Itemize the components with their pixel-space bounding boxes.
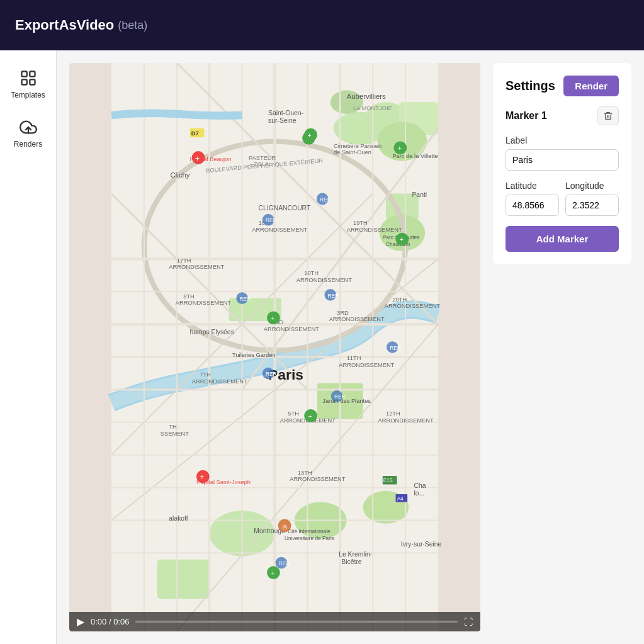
svg-text:RER: RER <box>266 217 277 223</box>
svg-text:E15: E15 <box>383 477 393 483</box>
svg-rect-0 <box>21 72 26 77</box>
svg-text:ARRONDISSEMENT: ARRONDISSEMENT <box>192 378 247 385</box>
longitude-label: Longitude <box>565 181 619 191</box>
settings-title: Settings <box>506 79 555 93</box>
video-controls: ▶ 0:00 / 0:06 ⛶ <box>69 612 480 631</box>
app-header: ExportAsVideo (beta) <box>0 0 644 50</box>
svg-text:ARRONDISSEMENT: ARRONDISSEMENT <box>378 417 433 424</box>
svg-text:3RD: 3RD <box>337 310 349 316</box>
svg-text:20TH: 20TH <box>392 297 407 303</box>
map-wrapper: Aubervilliers Saint-Ouen- sur-Seine Clic… <box>69 63 480 631</box>
svg-text:ARRONDISSEMENT: ARRONDISSEMENT <box>290 476 345 482</box>
svg-text:Cimetière Parisien: Cimetière Parisien <box>334 143 381 149</box>
add-marker-button[interactable]: Add Marker <box>506 226 619 252</box>
svg-text:19TH: 19TH <box>353 220 368 226</box>
svg-text:ARRONDISSEMENT: ARRONDISSEMENT <box>169 264 224 270</box>
grid-icon <box>20 69 37 87</box>
settings-panel: Settings Render Marker 1 Label <box>493 63 631 264</box>
svg-text:ARRONDISSEMENT: ARRONDISSEMENT <box>347 227 402 233</box>
svg-text:lo...: lo... <box>414 490 425 497</box>
svg-text:RER: RER <box>279 560 290 567</box>
marker-name: Marker 1 <box>506 110 547 121</box>
coord-row: Latitude Longitude <box>506 181 619 216</box>
svg-text:TH: TH <box>169 424 176 430</box>
svg-rect-3 <box>30 79 35 84</box>
latitude-input[interactable] <box>506 195 559 216</box>
progress-bar[interactable] <box>135 621 458 623</box>
map-container: Aubervilliers Saint-Ouen- sur-Seine Clic… <box>69 63 480 631</box>
label-field-label: Label <box>506 135 619 145</box>
templates-label: Templates <box>11 91 45 99</box>
main-layout: Templates Renders <box>0 50 644 644</box>
sidebar-item-templates[interactable]: Templates <box>4 63 52 106</box>
svg-text:Panti: Panti <box>412 191 427 198</box>
sidebar: Templates Renders <box>0 50 57 644</box>
marker-row: Marker 1 <box>506 106 619 125</box>
svg-text:SSEMENT: SSEMENT <box>161 431 189 437</box>
longitude-input[interactable] <box>565 195 619 216</box>
trash-icon <box>603 111 613 121</box>
app-beta-label: (beta) <box>118 19 147 32</box>
svg-text:ARRONDISSEMENT: ARRONDISSEMENT <box>339 362 394 368</box>
latitude-group: Latitude <box>506 181 559 216</box>
fullscreen-button[interactable]: ⛶ <box>464 617 473 627</box>
label-field-group: Label <box>506 135 619 171</box>
svg-text:Cité Internationale: Cité Internationale <box>288 528 330 534</box>
svg-text:ARRONDISSEMENT: ARRONDISSEMENT <box>264 326 319 332</box>
svg-text:13TH: 13TH <box>298 470 312 476</box>
svg-text:LA MONTJOIE: LA MONTJOIE <box>353 105 392 111</box>
render-button[interactable]: Render <box>563 76 619 96</box>
svg-text:RER: RER <box>334 393 346 400</box>
svg-text:ARRONDISSEMENT: ARRONDISSEMENT <box>385 303 440 309</box>
longitude-group: Longitude <box>565 181 619 216</box>
svg-text:7TH: 7TH <box>200 371 211 378</box>
svg-text:+: + <box>271 315 274 322</box>
svg-text:hamps Elysées: hamps Elysées <box>190 329 234 336</box>
sidebar-item-renders[interactable]: Renders <box>4 112 52 155</box>
svg-rect-2 <box>21 79 26 84</box>
svg-text:+: + <box>200 473 204 482</box>
svg-text:RER: RER <box>320 196 331 203</box>
label-input[interactable] <box>506 149 619 171</box>
svg-rect-18 <box>157 560 210 599</box>
svg-text:Tuileries Garden: Tuileries Garden <box>232 352 276 358</box>
svg-text:12TH: 12TH <box>386 410 400 417</box>
svg-text:17TH: 17TH <box>177 257 191 264</box>
delete-marker-button[interactable] <box>597 106 619 125</box>
svg-text:Bicêtre: Bicêtre <box>341 558 361 565</box>
svg-text:5TH: 5TH <box>288 410 299 417</box>
svg-text:sur-Seine: sur-Seine <box>268 117 297 124</box>
svg-text:ARRONDISSEMENT: ARRONDISSEMENT <box>297 277 352 283</box>
svg-text:+: + <box>195 154 200 163</box>
svg-text:10TH: 10TH <box>304 270 319 276</box>
svg-text:ARRONDISSEMENT: ARRONDISSEMENT <box>252 227 307 233</box>
svg-text:8TH: 8TH <box>183 293 195 300</box>
svg-text:ARRONDISSEMENT: ARRONDISSEMENT <box>329 316 385 322</box>
svg-text:11TH: 11TH <box>347 355 361 361</box>
svg-text:+: + <box>308 413 312 420</box>
content-area: Aubervilliers Saint-Ouen- sur-Seine Clic… <box>57 50 644 644</box>
play-button[interactable]: ▶ <box>77 616 84 628</box>
svg-text:Ivry-sur-Seine: Ivry-sur-Seine <box>401 541 442 548</box>
svg-text:+: + <box>400 236 404 243</box>
svg-text:Cha: Cha <box>414 482 426 489</box>
svg-text:ARRONDISSEMENT: ARRONDISSEMENT <box>176 300 231 306</box>
map-svg: Aubervilliers Saint-Ouen- sur-Seine Clic… <box>69 63 480 631</box>
cloud-icon <box>20 118 37 136</box>
svg-text:A4: A4 <box>397 495 404 502</box>
svg-text:Jardin des Plantes: Jardin des Plantes <box>322 398 371 404</box>
svg-text:Clichy: Clichy <box>170 171 189 179</box>
svg-text:D7: D7 <box>191 130 199 137</box>
svg-text:RER: RER <box>239 296 251 302</box>
svg-text:RER: RER <box>266 371 277 377</box>
svg-text:RER: RER <box>390 345 401 351</box>
svg-text:alakoff: alakoff <box>169 515 188 522</box>
app-title: ExportAsVideo <box>15 17 114 33</box>
svg-text:Universitaire de Paris: Universitaire de Paris <box>285 535 334 541</box>
svg-text:+: + <box>398 145 402 152</box>
renders-label: Renders <box>14 140 42 149</box>
latitude-label: Latitude <box>506 181 559 191</box>
svg-text:+: + <box>307 132 311 139</box>
settings-header: Settings Render <box>506 76 619 96</box>
svg-text:Saint-Ouen-: Saint-Ouen- <box>268 110 303 116</box>
